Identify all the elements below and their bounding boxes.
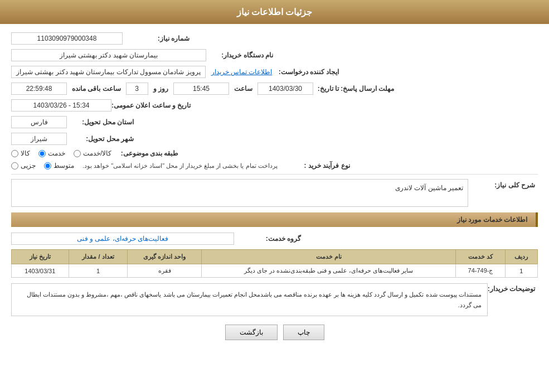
org-name-row: نام دستگاه خریدار: بیمارستان شهید دکتر ب… bbox=[11, 49, 538, 61]
creator-label: ایجاد کننده درخواست: bbox=[272, 68, 339, 76]
buyer-notes-label: توضیحات خریدار: bbox=[488, 283, 535, 293]
category-khedmat-label: خدمت bbox=[48, 149, 65, 157]
need-desc-text: تعمیر ماشین آلات لاندری bbox=[395, 184, 463, 192]
process-motavasset-label: متوسط bbox=[54, 162, 74, 170]
col-row: ردیف bbox=[505, 250, 537, 264]
col-name: نام خدمت bbox=[201, 250, 455, 264]
category-row: طبقه بندی موضوعی: کالا/خدمت خدمت کالا bbox=[11, 149, 538, 157]
process-radio-group: متوسط جزیی bbox=[11, 162, 74, 170]
table-row: 1 ج-749-74 سایر فعالیت‌های حرفه‌ای، علمی… bbox=[12, 264, 538, 278]
services-table: ردیف کد خدمت نام خدمت واحد اندازه گیری ت… bbox=[11, 249, 538, 278]
process-label: نوع فرآیند خرید : bbox=[283, 162, 350, 170]
announce-row: تاریخ و ساعت اعلان عمومی: 1403/03/26 - 1… bbox=[11, 99, 538, 112]
deadline-label: مهلت ارسال پاسخ: تا تاریخ: bbox=[316, 85, 394, 93]
buyer-notes-row: توضیحات خریدار: مستندات پیوست شده تکمیل … bbox=[11, 283, 538, 316]
org-name-value: بیمارستان شهید دکتر بهشتی شیراز bbox=[11, 49, 206, 61]
table-header: ردیف کد خدمت نام خدمت واحد اندازه گیری ت… bbox=[12, 250, 538, 264]
services-section-header: اطلاعات خدمات مورد نیاز bbox=[11, 212, 538, 227]
buyer-notes-text: مستندات پیوست شده تکمیل و ارسال گردد کلی… bbox=[27, 291, 482, 308]
cell-code: ج-749-74 bbox=[456, 264, 505, 278]
service-group-label: گروه خدمت: bbox=[234, 235, 301, 243]
cell-row: 1 bbox=[505, 264, 537, 278]
process-jozvi[interactable]: جزیی bbox=[11, 162, 36, 170]
days-remaining: 3 bbox=[126, 83, 148, 95]
back-button[interactable]: بازگشت bbox=[225, 325, 278, 340]
cell-name: سایر فعالیت‌های حرفه‌ای، علمی و فنی طبقه… bbox=[201, 264, 455, 278]
cell-unit: فقره bbox=[128, 264, 202, 278]
category-kala-label: کالا bbox=[21, 149, 30, 157]
cell-date: 1403/03/31 bbox=[12, 264, 69, 278]
col-date: تاریخ نیاز bbox=[12, 250, 69, 264]
process-jozvi-label: جزیی bbox=[21, 162, 36, 170]
deadline-time: 15:45 bbox=[173, 83, 229, 95]
need-desc-label: شرح کلی نیاز: bbox=[468, 179, 535, 189]
page-header: جزئیات اطلاعات نیاز bbox=[0, 0, 549, 24]
province-value: فارس bbox=[11, 116, 67, 128]
city-row: شهر محل تحویل: شیراز bbox=[11, 133, 538, 145]
creator-value: پرویز شادمان مسوول تدارکات بیمارستان شهی… bbox=[11, 66, 206, 78]
table-body: 1 ج-749-74 سایر فعالیت‌های حرفه‌ای، علمی… bbox=[12, 264, 538, 278]
process-motavasset[interactable]: متوسط bbox=[44, 162, 74, 170]
day-label: روز و bbox=[151, 85, 171, 93]
page-title: جزئیات اطلاعات نیاز bbox=[237, 7, 313, 17]
province-row: استان محل تحویل: فارس bbox=[11, 116, 538, 128]
announce-value: 1403/03/26 - 15:34 bbox=[11, 99, 111, 112]
category-radio-group: کالا/خدمت خدمت کالا bbox=[11, 149, 111, 157]
process-row: نوع فرآیند خرید : پرداخت تمام یا بخشی از… bbox=[11, 162, 538, 170]
category-kala-khedmat[interactable]: کالا/خدمت bbox=[74, 149, 111, 157]
process-description: پرداخت تمام یا بخشی از مبلغ خریدار از مح… bbox=[82, 162, 278, 170]
category-label: طبقه بندی موضوعی: bbox=[111, 149, 178, 157]
contact-link[interactable]: اطلاعات تماس خریدار bbox=[211, 68, 273, 76]
col-count: تعداد / مقدار bbox=[69, 250, 128, 264]
cell-count: 1 bbox=[69, 264, 128, 278]
need-desc-value: تعمیر ماشین آلات لاندری bbox=[11, 179, 468, 207]
time-remaining: 22:59:48 bbox=[11, 83, 67, 95]
need-number-value: 1103090979000348 bbox=[11, 32, 123, 45]
action-buttons: چاپ بازگشت bbox=[11, 325, 538, 340]
col-unit: واحد اندازه گیری bbox=[128, 250, 202, 264]
service-group-value: فعالیت‌های حرفه‌ای، علمی و فنی bbox=[11, 233, 234, 245]
province-label: استان محل تحویل: bbox=[67, 118, 134, 126]
need-number-label: شماره نیاز: bbox=[123, 35, 190, 42]
org-name-label: نام دستگاه خریدار: bbox=[206, 51, 273, 59]
city-value: شیراز bbox=[11, 133, 67, 145]
deadline-row: مهلت ارسال پاسخ: تا تاریخ: 1403/03/30 سا… bbox=[11, 83, 538, 95]
need-desc-row: شرح کلی نیاز: تعمیر ماشین آلات لاندری bbox=[11, 179, 538, 207]
remaining-label: ساعت باقی مانده bbox=[70, 85, 123, 93]
print-button[interactable]: چاپ bbox=[283, 325, 324, 340]
category-kala[interactable]: کالا bbox=[11, 149, 30, 157]
buyer-notes-box: مستندات پیوست شده تکمیل و ارسال گردد کلی… bbox=[11, 283, 488, 316]
time-label: ساعت bbox=[232, 85, 255, 93]
category-kala-khedmat-label: کالا/خدمت bbox=[83, 149, 111, 157]
city-label: شهر محل تحویل: bbox=[67, 135, 134, 143]
creator-row: ایجاد کننده درخواست: اطلاعات تماس خریدار… bbox=[11, 66, 538, 78]
need-number-row: شماره نیاز: 1103090979000348 bbox=[11, 32, 538, 45]
service-group-row: گروه خدمت: فعالیت‌های حرفه‌ای، علمی و فن… bbox=[11, 233, 538, 245]
category-khedmat[interactable]: خدمت bbox=[38, 149, 65, 157]
deadline-date: 1403/03/30 bbox=[258, 83, 313, 95]
col-code: کد خدمت bbox=[456, 250, 505, 264]
announce-label: تاریخ و ساعت اعلان عمومی: bbox=[111, 101, 191, 109]
